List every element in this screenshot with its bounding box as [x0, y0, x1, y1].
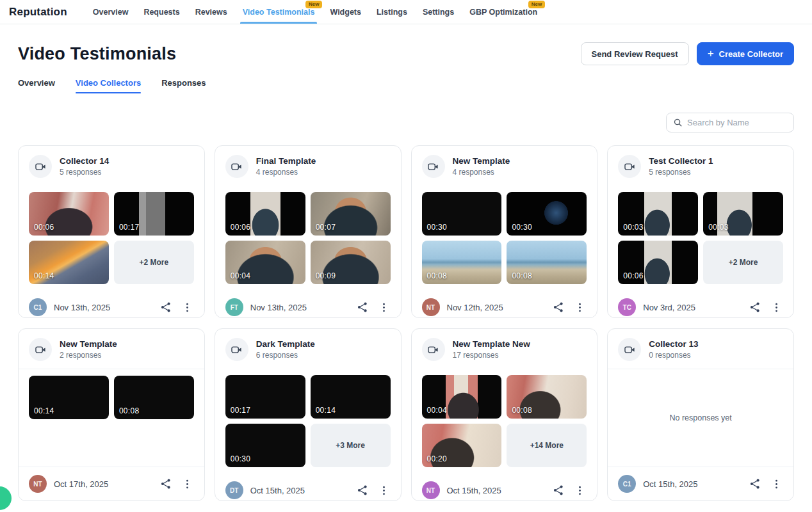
- video-thumbnail[interactable]: 00:30: [225, 424, 305, 467]
- thumbnail-area: No responses yet: [618, 369, 783, 467]
- collector-avatar: TC: [618, 298, 636, 316]
- nav-item-requests[interactable]: Requests: [143, 0, 179, 24]
- card-menu-button[interactable]: [377, 301, 391, 314]
- video-camera-icon: [422, 338, 445, 361]
- create-collector-button[interactable]: + Create Collector: [697, 42, 794, 65]
- video-thumbnail[interactable]: 00:08: [507, 241, 587, 284]
- create-collector-label: Create Collector: [719, 49, 783, 59]
- video-thumbnail[interactable]: 00:07: [311, 192, 391, 236]
- share-icon: [159, 477, 172, 490]
- video-thumbnail[interactable]: 00:17: [114, 192, 194, 236]
- share-button[interactable]: [747, 300, 763, 315]
- share-button[interactable]: [551, 483, 566, 498]
- collector-title: Final Template: [256, 156, 316, 167]
- share-button[interactable]: [747, 476, 763, 492]
- video-thumbnail[interactable]: 00:30: [422, 192, 502, 236]
- video-thumbnail[interactable]: 00:17: [225, 375, 305, 419]
- video-thumbnail[interactable]: 00:06: [618, 241, 698, 284]
- nav-item-widgets[interactable]: Widgets: [330, 0, 361, 24]
- collector-response-count: 6 responses: [256, 351, 315, 360]
- nav-item-overview[interactable]: Overview: [93, 0, 129, 24]
- card-menu-button[interactable]: [573, 301, 587, 314]
- thumbnail-grid: 00:0400:0800:20+14 More: [422, 375, 587, 467]
- tab-video-collectors[interactable]: Video Collectors: [76, 78, 141, 93]
- video-camera-icon: [225, 155, 248, 178]
- share-icon: [356, 484, 369, 497]
- video-thumbnail[interactable]: 00:04: [422, 375, 502, 419]
- video-camera-icon: [29, 338, 52, 361]
- card-footer: NT Nov 12th, 2025: [422, 291, 587, 316]
- card-menu-button[interactable]: [181, 477, 194, 491]
- thumbnail-area: 00:3000:3000:0800:08: [422, 186, 587, 291]
- share-button[interactable]: [158, 476, 174, 492]
- video-camera-icon: [225, 338, 248, 361]
- page-header: Video Testimonials Send Review Request +…: [18, 24, 794, 65]
- share-button[interactable]: [158, 300, 174, 315]
- video-duration-label: 00:08: [512, 271, 532, 280]
- collector-card-collector-14-0: Collector 14 5 responses 00:0600:1700:14…: [18, 145, 205, 318]
- nav-item-label: Widgets: [330, 8, 361, 17]
- video-thumbnail[interactable]: 00:30: [507, 192, 587, 236]
- card-menu-button[interactable]: [770, 301, 783, 314]
- video-thumbnail[interactable]: 00:06: [225, 192, 305, 236]
- more-videos-tile[interactable]: +3 More: [311, 424, 391, 467]
- thumbnail-area: 00:0600:0700:0400:09: [225, 186, 391, 291]
- main-content: Video Testimonials Send Review Request +…: [0, 24, 812, 501]
- nav-item-settings[interactable]: Settings: [423, 0, 454, 24]
- card-footer: FT Nov 13th, 2025: [225, 291, 391, 316]
- search-input[interactable]: [687, 118, 787, 127]
- collector-card-test-collector-1-3: Test Collector 1 5 responses 00:0300:030…: [607, 145, 794, 318]
- video-thumbnail[interactable]: 00:20: [422, 424, 502, 467]
- nav-item-label: Reviews: [195, 8, 227, 17]
- nav-item-listings[interactable]: Listings: [377, 0, 407, 24]
- tab-responses[interactable]: Responses: [161, 78, 206, 93]
- nav-item-label: Video Testimonials: [243, 8, 315, 17]
- video-thumbnail[interactable]: 00:03: [618, 192, 698, 236]
- collector-date: Oct 15th, 2025: [447, 486, 544, 495]
- collector-date: Nov 3rd, 2025: [643, 303, 740, 312]
- video-thumbnail[interactable]: 00:14: [311, 375, 391, 419]
- collector-card-final-template-1: Final Template 4 responses 00:0600:0700:…: [215, 145, 402, 318]
- card-menu-button[interactable]: [770, 477, 783, 491]
- share-icon: [356, 301, 369, 314]
- thumbnail-grid: 00:3000:3000:0800:08: [422, 192, 587, 284]
- video-thumbnail[interactable]: 00:09: [311, 241, 391, 284]
- thumbnail-grid: 00:1700:1400:30+3 More: [225, 375, 391, 467]
- more-videos-tile[interactable]: +14 More: [507, 424, 587, 467]
- kebab-menu-icon: [182, 302, 193, 313]
- nav-item-reviews[interactable]: Reviews: [195, 0, 227, 24]
- card-footer: C1 Oct 15th, 2025: [618, 467, 783, 493]
- card-menu-button[interactable]: [573, 484, 587, 497]
- share-button[interactable]: [355, 300, 370, 315]
- video-thumbnail[interactable]: 00:08: [507, 375, 587, 419]
- collector-card-new-template-2: New Template 4 responses 00:3000:3000:08…: [411, 145, 598, 318]
- video-thumbnail[interactable]: 00:14: [29, 376, 109, 419]
- nav-item-label: Settings: [423, 8, 454, 17]
- video-thumbnail[interactable]: 00:08: [422, 241, 502, 284]
- collector-title: New Template New: [453, 339, 530, 350]
- video-thumbnail[interactable]: 00:04: [225, 241, 305, 284]
- nav-item-gbp-optimization[interactable]: GBP Optimization New: [469, 0, 537, 24]
- thumbnail-area: 00:0600:1700:14+2 More: [29, 186, 194, 291]
- page-title: Video Testimonials: [18, 44, 176, 64]
- share-button[interactable]: [355, 483, 370, 498]
- card-menu-button[interactable]: [181, 301, 194, 314]
- nav-item-video-testimonials[interactable]: Video Testimonials New: [243, 0, 315, 24]
- video-thumbnail[interactable]: 00:08: [114, 376, 194, 419]
- card-footer: C1 Nov 13th, 2025: [29, 291, 194, 316]
- video-thumbnail[interactable]: 00:14: [29, 241, 109, 284]
- card-menu-button[interactable]: [377, 484, 391, 497]
- more-videos-tile[interactable]: +2 More: [114, 241, 194, 284]
- thumbnail-area: 00:1700:1400:30+3 More: [225, 369, 391, 474]
- kebab-menu-icon: [182, 479, 193, 490]
- video-thumbnail[interactable]: 00:06: [29, 192, 109, 236]
- collector-date: Oct 15th, 2025: [250, 486, 348, 495]
- tab-overview[interactable]: Overview: [18, 78, 55, 93]
- share-icon: [552, 301, 565, 314]
- send-review-request-button[interactable]: Send Review Request: [581, 42, 689, 65]
- video-thumbnail[interactable]: 00:03: [703, 192, 783, 236]
- collector-title: New Template: [60, 339, 117, 350]
- collector-avatar: NT: [422, 481, 440, 499]
- share-button[interactable]: [551, 300, 566, 315]
- more-videos-tile[interactable]: +2 More: [703, 241, 783, 284]
